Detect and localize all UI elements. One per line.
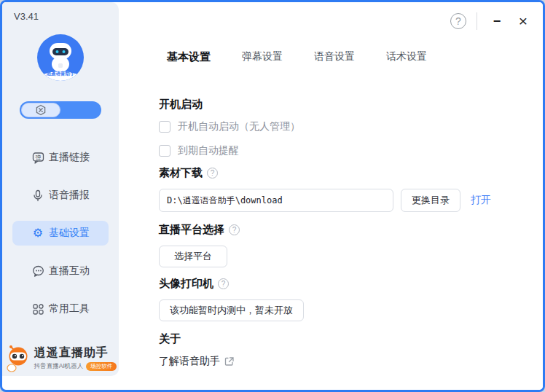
main-content: ? − × 基本设置 弹幕设置 语音设置 话术设置 开机启动 开机自动启动（无人… (119, 2, 543, 390)
microphone-icon (31, 189, 44, 202)
help-icon[interactable]: ? (218, 278, 229, 289)
version-label: V3.41 (14, 11, 39, 22)
toggle-thumb (21, 103, 60, 117)
sidebar-menu: 弹 直播链接 语音播报 ⚙ 基础设置 (2, 145, 119, 334)
section-title: 头像打印机 (159, 277, 213, 291)
brand-title: 逍遥直播助手 (34, 345, 117, 361)
section-title: 直播平台选择 (159, 223, 224, 237)
section-startup: 开机启动 开机自动启动（无人管理） 到期自动提醒 (159, 98, 300, 168)
assistant-toggle[interactable] (20, 101, 101, 119)
expire-remind-checkbox[interactable] (159, 145, 170, 157)
brand-robot-icon (4, 343, 31, 372)
sidebar-item-label: 基础设置 (49, 227, 90, 240)
sidebar: V3.41 逍遥语音助手 (2, 2, 119, 376)
help-button[interactable]: ? (450, 13, 466, 29)
tab-script-settings[interactable]: 话术设置 (386, 50, 427, 67)
brand-subtitle: 抖音直播AI机器人 (34, 362, 84, 371)
external-link-icon (224, 356, 235, 366)
section-about: 关于 了解语音助手 (159, 332, 235, 368)
help-icon[interactable]: ? (229, 224, 240, 235)
hexagon-x-icon (35, 104, 47, 116)
sidebar-item-label: 直播互动 (49, 264, 90, 278)
select-platform-button[interactable]: 选择平台 (159, 246, 227, 267)
about-link-row[interactable]: 了解语音助手 (159, 355, 235, 368)
sidebar-item-voice-broadcast[interactable]: 语音播报 (12, 183, 109, 208)
minimize-button[interactable]: − (487, 12, 506, 31)
brand-footer: 逍遥直播助手 抖音直播AI机器人 场控软件 (2, 343, 119, 372)
download-path-input[interactable] (159, 189, 393, 212)
sidebar-item-live-link[interactable]: 弹 直播链接 (12, 145, 109, 170)
autostart-label: 开机自动启动（无人管理） (178, 120, 300, 133)
svg-text:弹: 弹 (35, 154, 41, 160)
section-platform-select: 直播平台选择 ? 选择平台 (159, 223, 240, 267)
svg-text:逍遥语音助手: 逍遥语音助手 (46, 71, 76, 77)
section-avatar-printer: 头像打印机 ? 该功能暂时内测中，暂未开放 (159, 277, 304, 321)
autostart-row: 开机自动启动（无人管理） (159, 120, 300, 133)
section-title: 开机启动 (159, 98, 203, 111)
expire-remind-label: 到期自动提醒 (178, 144, 239, 157)
sidebar-item-label: 语音播报 (49, 189, 90, 202)
section-material-download: 素材下载 ? 更换目录 打开 (159, 166, 491, 212)
danmu-bubble-icon: 弹 (31, 151, 44, 164)
expire-remind-row: 到期自动提醒 (159, 144, 300, 157)
app-window: V3.41 逍遥语音助手 (0, 0, 545, 392)
titlebar-divider (477, 12, 477, 30)
section-title: 素材下载 (159, 166, 203, 180)
settings-tabs: 基本设置 弹幕设置 语音设置 话术设置 (167, 50, 427, 67)
tab-danmu-settings[interactable]: 弹幕设置 (242, 50, 283, 67)
brand-badge: 场控软件 (86, 362, 117, 371)
sidebar-item-basic-settings[interactable]: ⚙ 基础设置 (12, 221, 109, 246)
app-avatar: 逍遥语音助手 (37, 34, 84, 81)
tab-voice-settings[interactable]: 语音设置 (314, 50, 355, 67)
autostart-checkbox[interactable] (159, 121, 170, 133)
robot-avatar-icon: 逍遥语音助手 (37, 34, 84, 81)
sidebar-item-label: 常用工具 (49, 302, 90, 315)
tab-basic-settings[interactable]: 基本设置 (167, 50, 211, 67)
sidebar-item-common-tools[interactable]: 常用工具 (12, 297, 109, 321)
printer-beta-button[interactable]: 该功能暂时内测中，暂未开放 (159, 299, 304, 321)
close-button[interactable]: × (514, 12, 533, 31)
sidebar-item-label: 直播链接 (49, 151, 90, 164)
sidebar-item-live-interaction[interactable]: 直播互动 (12, 259, 109, 283)
grid-icon (31, 302, 44, 315)
gear-icon: ⚙ (31, 227, 44, 240)
change-directory-button[interactable]: 更换目录 (401, 189, 460, 212)
help-icon[interactable]: ? (207, 168, 218, 179)
chat-bubble-icon (31, 264, 44, 278)
learn-more-link[interactable]: 了解语音助手 (159, 355, 220, 368)
section-title: 关于 (159, 332, 181, 346)
open-directory-link[interactable]: 打开 (471, 194, 491, 207)
titlebar-controls: ? − × (450, 12, 533, 31)
